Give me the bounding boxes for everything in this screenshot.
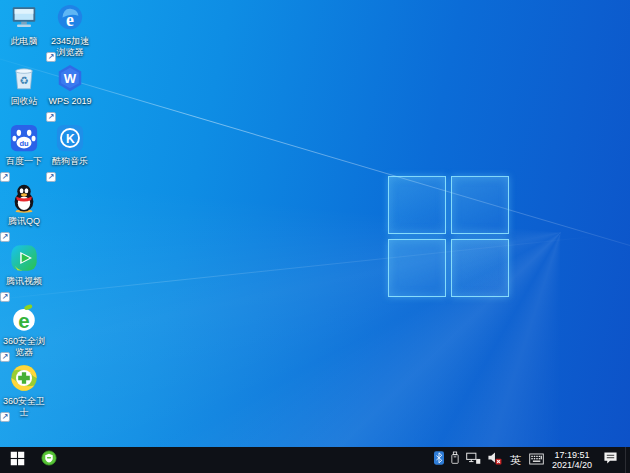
shortcut-arrow-icon: ↗ xyxy=(46,112,56,122)
icon-label: 百度一下 xyxy=(1,156,47,167)
desktop-icon-this-pc[interactable]: 此电脑 xyxy=(1,3,47,61)
tray-usb-device[interactable] xyxy=(447,447,463,473)
desktop-icon-baidu[interactable]: du ↗ 百度一下 xyxy=(1,123,47,181)
svg-text:K: K xyxy=(66,132,75,146)
icon-label: 此电脑 xyxy=(1,36,47,47)
tray-touch-keyboard[interactable] xyxy=(526,447,547,473)
icon-label: 腾讯QQ xyxy=(1,216,47,227)
kugou-music-icon: K xyxy=(55,123,85,153)
icon-label: 腾讯视频 xyxy=(1,276,47,287)
svg-text:W: W xyxy=(64,71,77,86)
wps-2019-icon: W xyxy=(55,63,85,93)
desktop-icon-360-browser[interactable]: e ↗ 360安全浏览器 xyxy=(1,303,47,361)
this-pc-icon xyxy=(9,3,39,33)
desktop-icon-360-safe[interactable]: ↗ 360安全卫士 xyxy=(1,363,47,421)
windows-logo-pane xyxy=(388,176,446,234)
taskbar-clock[interactable]: 17:19:51 2021/4/20 xyxy=(547,450,597,470)
desktop-icon-tencent-video[interactable]: ↗ 腾讯视频 xyxy=(1,243,47,301)
windows-logo-pane xyxy=(388,239,446,297)
shortcut-arrow-icon: ↗ xyxy=(46,52,56,62)
360-safe-guard-icon xyxy=(9,363,39,393)
windows-logo-wallpaper xyxy=(388,176,509,297)
svg-text:du: du xyxy=(19,139,29,148)
tray-bluetooth[interactable] xyxy=(431,447,447,473)
recycle-bin-icon: ♻ xyxy=(9,63,39,93)
desktop-icon-kugou[interactable]: K ↗ 酷狗音乐 xyxy=(47,123,93,181)
tencent-video-icon xyxy=(9,243,39,273)
volume-muted-icon xyxy=(487,451,502,469)
wallpaper-light-ray xyxy=(0,54,630,265)
ime-language-indicator[interactable]: 英 xyxy=(505,447,526,473)
clock-date: 2021/4/20 xyxy=(552,460,592,470)
shortcut-arrow-icon: ↗ xyxy=(0,292,10,302)
desktop-icon-recycle-bin[interactable]: ♻ 回收站 xyxy=(1,63,47,121)
360-safe-tray-icon xyxy=(41,450,57,470)
shortcut-arrow-icon: ↗ xyxy=(0,172,10,182)
desktop-background[interactable]: 此电脑 ♻ 回收站 du ↗ 百度一下 xyxy=(0,0,630,447)
icon-label: WPS 2019 xyxy=(47,96,93,107)
usb-device-icon xyxy=(450,451,460,469)
shortcut-arrow-icon: ↗ xyxy=(0,352,10,362)
clock-time: 17:19:51 xyxy=(552,450,592,460)
windows-logo-pane xyxy=(451,239,509,297)
wallpaper-light-ray xyxy=(0,235,602,301)
touch-keyboard-icon xyxy=(529,451,544,469)
svg-text:♻: ♻ xyxy=(19,75,28,86)
desktop-icon-wps[interactable]: W ↗ WPS 2019 xyxy=(47,63,93,121)
icon-label: 回收站 xyxy=(1,96,47,107)
shortcut-arrow-icon: ↗ xyxy=(46,172,56,182)
svg-text:e: e xyxy=(66,10,74,30)
360-browser-icon: e xyxy=(9,303,39,333)
start-button[interactable] xyxy=(0,447,34,473)
taskbar-item-360-safe[interactable] xyxy=(34,447,64,473)
windows-logo-pane xyxy=(451,176,509,234)
tray-volume-muted[interactable] xyxy=(484,447,505,473)
shortcut-arrow-icon: ↗ xyxy=(0,232,10,242)
desktop-icon-2345-browser[interactable]: e ↗ 2345加速浏览器 xyxy=(47,3,93,61)
network-icon xyxy=(466,451,481,469)
show-desktop-button[interactable] xyxy=(625,447,630,473)
svg-text:e: e xyxy=(18,309,29,332)
taskbar: 英 17:19:51 2021/4/20 xyxy=(0,447,630,473)
action-center-button[interactable] xyxy=(597,447,625,473)
qq-penguin-icon xyxy=(9,183,39,213)
tray-network[interactable] xyxy=(463,447,484,473)
desktop-icon-tencent-qq[interactable]: ↗ 腾讯QQ xyxy=(1,183,47,241)
action-center-icon xyxy=(603,451,618,469)
windows-logo-icon xyxy=(10,451,25,470)
2345-browser-icon: e xyxy=(55,3,85,33)
baidu-icon: du xyxy=(9,123,39,153)
icon-label: 酷狗音乐 xyxy=(47,156,93,167)
shortcut-arrow-icon: ↗ xyxy=(0,412,10,422)
bluetooth-icon xyxy=(434,451,444,469)
